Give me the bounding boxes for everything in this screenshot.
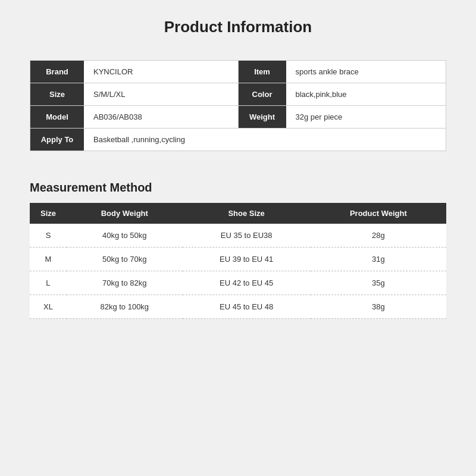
cell-size: L	[30, 271, 67, 295]
measurement-row: M50kg to 70kgEU 39 to EU 4131g	[30, 248, 446, 271]
cell-shoe_size: EU 39 to EU 41	[183, 248, 311, 271]
cell-body_weight: 50kg to 70kg	[67, 248, 183, 271]
weight-value: 32g per piece	[286, 106, 446, 128]
cell-product_weight: 28g	[311, 224, 446, 248]
col-shoe-size: Shoe Size	[183, 203, 311, 224]
color-label: Color	[239, 83, 286, 105]
cell-size: M	[30, 248, 67, 271]
size-value: S/M/L/XL	[84, 83, 238, 105]
page-container: Product Information Brand KYNCILOR Item	[0, 0, 476, 476]
measurement-title: Measurement Method	[30, 181, 446, 195]
cell-shoe_size: EU 35 to EU38	[183, 224, 311, 248]
item-value: sports ankle brace	[286, 61, 446, 83]
col-product-weight: Product Weight	[311, 203, 446, 224]
col-body-weight: Body Weight	[67, 203, 183, 224]
item-label: Item	[239, 61, 286, 83]
table-row: Size S/M/L/XL Color black,pink,blue	[30, 83, 446, 106]
cell-shoe_size: EU 42 to EU 45	[183, 271, 311, 295]
cell-product_weight: 38g	[311, 295, 446, 319]
col-size: Size	[30, 203, 67, 224]
measurement-row: S40kg to 50kgEU 35 to EU3828g	[30, 224, 446, 248]
cell-shoe_size: EU 45 to EU 48	[183, 295, 311, 319]
table-row: Model AB036/AB038 Weight 32g per piece	[30, 106, 446, 129]
page-title: Product Information	[30, 18, 446, 36]
product-info-section: Brand KYNCILOR Item sports ankle brace	[30, 60, 446, 151]
cell-product_weight: 31g	[311, 248, 446, 271]
brand-label: Brand	[30, 61, 84, 83]
cell-size: S	[30, 224, 67, 248]
cell-product_weight: 35g	[311, 271, 446, 295]
apply-to-label: Apply To	[30, 129, 84, 151]
brand-value: KYNCILOR	[84, 61, 238, 83]
cell-body_weight: 70kg to 82kg	[67, 271, 183, 295]
model-value: AB036/AB038	[84, 106, 238, 128]
table-row: Apply To Basketball ,running,cycling	[30, 129, 446, 151]
color-value: black,pink,blue	[286, 83, 446, 105]
cell-body_weight: 82kg to 100kg	[67, 295, 183, 319]
apply-to-value: Basketball ,running,cycling	[84, 129, 446, 151]
size-label: Size	[30, 83, 84, 105]
measurement-section: Measurement Method Size Body Weight Shoe…	[30, 181, 446, 319]
cell-size: XL	[30, 295, 67, 319]
weight-label: Weight	[239, 106, 286, 128]
measurement-row: L70kg to 82kgEU 42 to EU 4535g	[30, 271, 446, 295]
table-row: Brand KYNCILOR Item sports ankle brace	[30, 61, 446, 83]
model-label: Model	[30, 106, 84, 128]
cell-body_weight: 40kg to 50kg	[67, 224, 183, 248]
measurement-header-row: Size Body Weight Shoe Size Product Weigh…	[30, 203, 446, 224]
measurement-row: XL82kg to 100kgEU 45 to EU 4838g	[30, 295, 446, 319]
measurement-table: Size Body Weight Shoe Size Product Weigh…	[30, 203, 446, 319]
